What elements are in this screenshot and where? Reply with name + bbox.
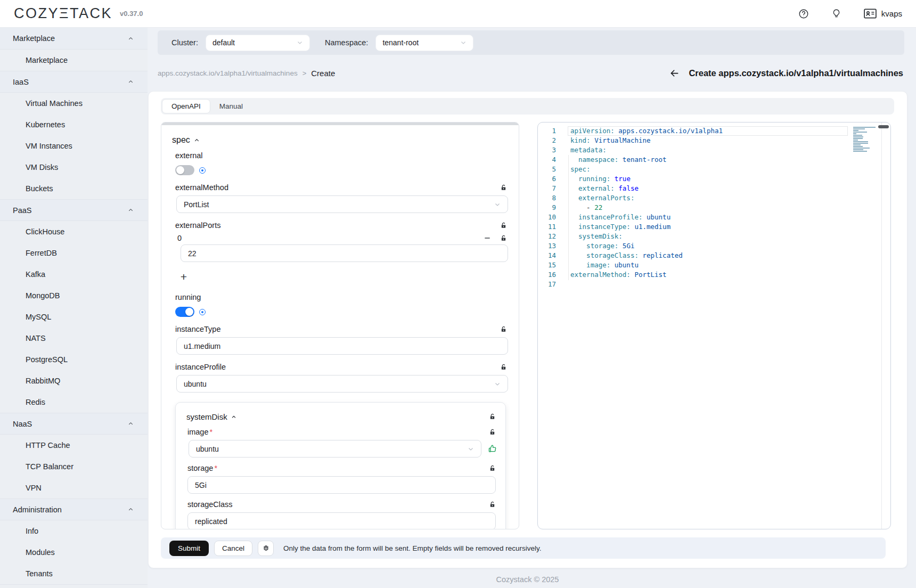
submit-button[interactable]: Submit (169, 541, 209, 556)
back-arrow-icon[interactable] (669, 68, 680, 79)
line-code: storageClass: replicated (556, 251, 683, 260)
line-code: running: true (556, 174, 631, 184)
sidebar-item-tcp-balancer[interactable]: TCP Balancer (0, 456, 148, 477)
sidebar-item-virtual-machines[interactable]: Virtual Machines (0, 93, 148, 114)
namespace-select[interactable]: tenant-root (375, 35, 473, 51)
editor-line[interactable]: 14 storageClass: replicated (538, 251, 890, 260)
sidebar-item-tenants[interactable]: Tenants (0, 563, 148, 584)
editor-line[interactable]: 13 storage: 5Gi (538, 241, 890, 251)
yaml-editor[interactable]: 1apiVersion: apps.cozystack.io/v1alpha12… (537, 122, 891, 529)
debug-button[interactable] (258, 541, 274, 556)
sidebar-item-kafka[interactable]: Kafka (0, 264, 148, 285)
line-code: externalMethod: PortList (556, 270, 667, 280)
editor-line[interactable]: 7 external: false (538, 184, 890, 193)
sidebar-item-vm-disks[interactable]: VM Disks (0, 157, 148, 178)
externalMethod-select[interactable]: PortList (176, 195, 508, 213)
sidebar-section-iaas[interactable]: IaaS (0, 71, 148, 93)
sidebar-item-postgresql[interactable]: PostgreSQL (0, 349, 148, 370)
port-value-input[interactable]: 22 (181, 244, 508, 262)
user-chip[interactable]: kvaps (864, 9, 902, 19)
sidebar-section-marketplace[interactable]: Marketplace (0, 28, 148, 50)
add-port-button[interactable]: + (177, 271, 190, 283)
sidebar-item-rabbitmq[interactable]: RabbitMQ (0, 370, 148, 391)
editor-scrollbar-handle[interactable] (878, 125, 889, 128)
line-number: 2 (538, 136, 556, 145)
editor-line[interactable]: 17 (538, 280, 890, 289)
editor-line[interactable]: 1apiVersion: apps.cozystack.io/v1alpha1 (538, 126, 890, 136)
sidebar-item-mongodb[interactable]: MongoDB (0, 285, 148, 306)
chevron-up-icon (128, 421, 134, 427)
sidebar-item-ferretdb[interactable]: FerretDB (0, 242, 148, 264)
app-logo[interactable]: COZYΞTACK (14, 5, 112, 22)
running-field-label: running (175, 293, 201, 301)
sidebar-item-marketplace[interactable]: Marketplace (0, 50, 148, 71)
editor-line[interactable]: 12 systemDisk: (538, 232, 890, 241)
aim-indicator-icon (199, 167, 206, 174)
line-number: 8 (538, 193, 556, 203)
unlock-icon[interactable] (489, 429, 496, 436)
aim-indicator-icon (199, 309, 206, 315)
tab-manual[interactable]: Manual (210, 99, 252, 113)
sidebar-section-administration[interactable]: Administration (0, 499, 148, 520)
systemDisk-section-card: systemDisk image* (175, 402, 506, 529)
editor-line[interactable]: 11 instanceType: u1.medium (538, 222, 890, 232)
sidebar-item-buckets[interactable]: Buckets (0, 178, 148, 199)
editor-line[interactable]: 2kind: VirtualMachine (538, 136, 890, 145)
unlock-icon[interactable] (500, 222, 507, 229)
editor-line[interactable]: 6 running: true (538, 174, 890, 184)
theme-bulb-icon[interactable] (831, 9, 841, 19)
sidebar-item-info[interactable]: Info (0, 520, 148, 542)
instanceProfile-select[interactable]: ubuntu (176, 375, 508, 393)
editor-line[interactable]: 4 namespace: tenant-root (538, 155, 890, 165)
breadcrumb-separator: > (302, 69, 307, 77)
editor-line[interactable]: 15 image: ubuntu (538, 260, 890, 270)
sidebar-item-http-cache[interactable]: HTTP Cache (0, 435, 148, 456)
editor-line[interactable]: 3metadata: (538, 145, 890, 155)
unlock-icon[interactable] (500, 326, 507, 333)
remove-port-button[interactable] (483, 234, 492, 242)
cluster-select[interactable]: default (206, 35, 310, 51)
unlock-icon[interactable] (489, 501, 496, 508)
editor-line[interactable]: 8 externalPorts: (538, 193, 890, 203)
sidebar-section-paas[interactable]: PaaS (0, 199, 148, 221)
sidebar-item-vm-instances[interactable]: VM Instances (0, 135, 148, 157)
breadcrumb-resource-link[interactable]: apps.cozystack.io/v1alpha1/virtualmachin… (158, 69, 298, 77)
running-toggle[interactable] (175, 307, 194, 317)
editor-minimap[interactable] (853, 127, 878, 154)
sidebar-item-mysql[interactable]: MySQL (0, 306, 148, 328)
editor-line[interactable]: 9 - 22 (538, 203, 890, 213)
unlock-icon[interactable] (500, 364, 507, 371)
cancel-button[interactable]: Cancel (214, 541, 252, 556)
instanceType-field-label: instanceType (175, 325, 220, 333)
sidebar-item-clickhouse[interactable]: ClickHouse (0, 221, 148, 242)
sidebar-item-redis[interactable]: Redis (0, 391, 148, 413)
unlock-icon[interactable] (489, 413, 496, 420)
unlock-icon[interactable] (500, 184, 507, 191)
image-select[interactable]: ubuntu (189, 440, 481, 458)
sidebar-section-label: Administration (13, 505, 62, 514)
editor-line[interactable]: 5spec: (538, 165, 890, 174)
line-code: instanceProfile: ubuntu (556, 213, 670, 222)
editor-line[interactable]: 10 instanceProfile: ubuntu (538, 213, 890, 222)
instanceType-input[interactable]: u1.medium (176, 337, 508, 355)
unlock-icon[interactable] (500, 235, 507, 242)
editor-line[interactable]: 16externalMethod: PortList (538, 270, 890, 280)
sidebar-item-vpn[interactable]: VPN (0, 477, 148, 499)
create-form-card: OpenAPI Manual spec external (148, 91, 907, 568)
namespace-select-value: tenant-root (382, 38, 419, 47)
externalMethod-value: PortList (184, 200, 209, 209)
unlock-icon[interactable] (489, 465, 496, 472)
tab-openapi[interactable]: OpenAPI (162, 99, 210, 113)
sidebar-item-nats[interactable]: NATS (0, 328, 148, 349)
line-code: metadata: (556, 145, 607, 155)
systemDisk-section-toggle[interactable]: systemDisk (186, 412, 236, 421)
sidebar-item-kubernetes[interactable]: Kubernetes (0, 114, 148, 135)
help-icon[interactable] (798, 9, 809, 19)
namespace-label: Namespace: (325, 38, 368, 47)
sidebar-item-modules[interactable]: Modules (0, 542, 148, 563)
spec-section-toggle[interactable]: spec (172, 135, 509, 145)
storage-input[interactable]: 5Gi (187, 476, 496, 494)
storageClass-input[interactable]: replicated (187, 512, 496, 529)
external-toggle[interactable] (175, 165, 194, 175)
sidebar-section-naas[interactable]: NaaS (0, 413, 148, 435)
